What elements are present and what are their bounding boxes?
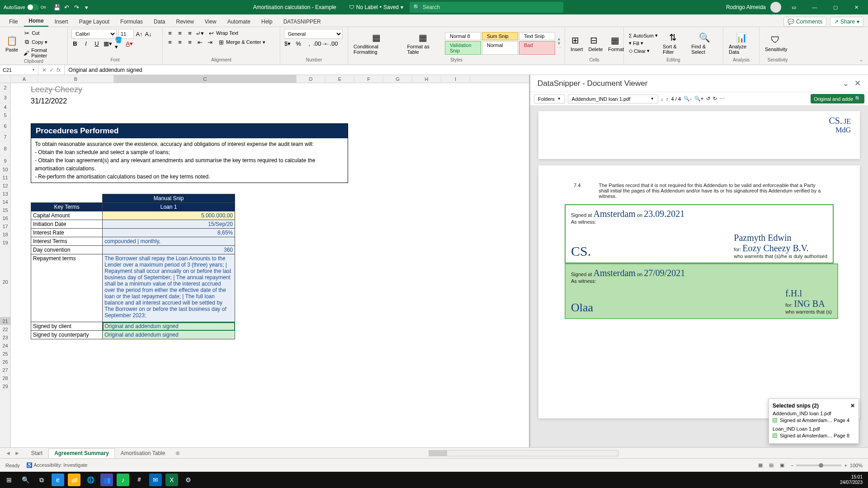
format-painter-button[interactable]: 🖌Format Painter xyxy=(22,47,64,59)
add-sheet-icon[interactable]: ⊕ xyxy=(171,450,184,456)
settings-icon[interactable]: ⚙ xyxy=(182,474,194,486)
row-header[interactable]: 23 xyxy=(0,333,10,342)
style-bad[interactable]: Bad xyxy=(519,41,555,55)
row-sig-cp-val[interactable]: Original and addendum signed xyxy=(103,331,235,339)
row-headers[interactable]: 2 3 4 5 6 7 8 9 10 11 12 13 14 15 16 17 … xyxy=(0,83,11,447)
avatar[interactable] xyxy=(770,2,781,13)
row-init-val[interactable]: 15/Sep/20 xyxy=(103,220,235,229)
shrink-font-icon[interactable]: A↓ xyxy=(145,30,152,38)
tab-data[interactable]: Data xyxy=(149,17,170,27)
row-day-key[interactable]: Day convention xyxy=(31,246,103,254)
tab-review[interactable]: Review xyxy=(171,17,198,27)
col-header[interactable]: A xyxy=(11,75,38,83)
row-terms-val[interactable]: compounded | monthly, xyxy=(103,237,235,246)
col-header[interactable]: H xyxy=(412,75,441,83)
popup-close-icon[interactable]: ✕ xyxy=(850,403,855,409)
align-left-icon[interactable]: ≡ xyxy=(166,38,174,46)
row-header[interactable]: 25 xyxy=(0,350,10,358)
italic-icon[interactable]: I xyxy=(82,40,90,47)
close-icon[interactable]: ✕ xyxy=(848,0,864,14)
col-header[interactable]: G xyxy=(383,75,412,83)
orientation-icon[interactable]: ⤾▾ xyxy=(196,29,203,37)
zoom-control[interactable]: − + 100% xyxy=(791,463,863,468)
row-header[interactable]: 17 xyxy=(0,222,10,230)
indent-inc-icon[interactable]: ⇥ xyxy=(206,38,213,46)
cancel-formula-icon[interactable]: ✕ xyxy=(42,67,47,73)
view-page-layout-icon[interactable]: ▤ xyxy=(769,462,774,468)
search-input[interactable] xyxy=(423,4,560,10)
task-view-icon[interactable]: ⧉ xyxy=(35,474,48,486)
spotify-icon[interactable]: ♪ xyxy=(117,474,129,486)
sort-filter-button[interactable]: ⇅Sort & Filter xyxy=(661,31,688,56)
dv-search-pill[interactable]: Original and adde 🔍 xyxy=(811,94,864,103)
autosum-button[interactable]: Σ AutoSum ▾ xyxy=(627,32,659,39)
dv-rotate-right-icon[interactable]: ↻ xyxy=(713,96,717,102)
explorer-icon[interactable]: 📁 xyxy=(68,474,80,486)
dv-zoom-out-icon[interactable]: 🔍- xyxy=(684,96,692,102)
col-header[interactable]: I xyxy=(441,75,470,83)
clear-button[interactable]: ◇ Clear ▾ xyxy=(627,47,659,54)
zoom-out-icon[interactable]: − xyxy=(791,463,793,468)
dec-dec-icon[interactable]: ←.00 xyxy=(327,40,335,47)
row-header[interactable]: 14 xyxy=(0,198,10,206)
delete-cells-button[interactable]: ⊟Delete xyxy=(587,34,605,53)
row-header[interactable]: 5 xyxy=(0,111,10,119)
tab-home[interactable]: Home xyxy=(24,16,48,27)
teams-icon[interactable]: 👥 xyxy=(100,474,113,486)
popup-snip-2[interactable]: Signed at Amsterdam… Page 8 xyxy=(773,432,855,440)
row-header[interactable]: 11 xyxy=(0,174,10,182)
style-sum-snip[interactable]: Sum Snip xyxy=(482,32,518,40)
view-normal-icon[interactable]: ▦ xyxy=(758,462,763,468)
grid[interactable]: Leezy Cheezy 31/12/2022 Procedures Perfo… xyxy=(11,83,529,447)
percent-icon[interactable]: % xyxy=(295,40,302,47)
format-cells-button[interactable]: ▦Format xyxy=(606,34,626,53)
accept-formula-icon[interactable]: ✓ xyxy=(49,67,54,73)
tab-automate[interactable]: Automate xyxy=(223,17,255,27)
row-repay-val[interactable]: The Borrower shall repay the Loan Amount… xyxy=(103,254,235,322)
align-right-icon[interactable]: ≡ xyxy=(186,38,193,46)
bold-icon[interactable]: B xyxy=(71,40,79,47)
minimize-icon[interactable]: — xyxy=(807,0,823,14)
dv-rotate-left-icon[interactable]: ↺ xyxy=(706,96,710,102)
row-header[interactable]: 26 xyxy=(0,358,10,366)
start-icon[interactable]: ⊞ xyxy=(3,474,15,486)
fill-color-icon[interactable]: 🪣▾ xyxy=(115,40,122,47)
underline-icon[interactable]: U xyxy=(93,40,100,47)
fill-button[interactable]: ▾ Fill ▾ xyxy=(627,40,659,47)
tab-formulas[interactable]: Formulas xyxy=(116,17,147,27)
horizontal-scrollbar[interactable] xyxy=(184,450,863,456)
dv-folders-dropdown[interactable]: Folders▼ xyxy=(534,94,565,103)
row-repay-key[interactable]: Repayment terms xyxy=(31,254,103,322)
row-rate-key[interactable]: Interest Rate xyxy=(31,229,103,237)
sheet-tab-start[interactable]: Start xyxy=(25,448,48,458)
row-header[interactable]: 21 xyxy=(0,317,10,325)
row-sig-cp-key[interactable]: Signed by counterparty xyxy=(31,331,103,339)
format-as-table-button[interactable]: ▦Format as Table xyxy=(405,31,443,56)
comma-icon[interactable]: , xyxy=(306,40,313,47)
popup-snip-1[interactable]: Signed at Amsterdam… Page 4 xyxy=(773,416,855,424)
row-header[interactable]: 16 xyxy=(0,214,10,222)
row-header[interactable]: 3 xyxy=(0,92,10,103)
row-header[interactable]: 12 xyxy=(0,182,10,190)
name-box[interactable]: C21▼ xyxy=(0,65,38,75)
row-header[interactable]: 22 xyxy=(0,325,10,333)
row-capital-key[interactable]: Capital Amount xyxy=(31,211,103,220)
excel-icon[interactable]: X xyxy=(165,474,178,486)
sheet-tab-agreement[interactable]: Agreement Summary xyxy=(48,448,115,458)
tab-view[interactable]: View xyxy=(200,17,221,27)
row-header[interactable]: 18 xyxy=(0,230,10,239)
zoom-in-icon[interactable]: + xyxy=(844,463,847,468)
formula-input[interactable] xyxy=(65,65,868,75)
fx-icon[interactable]: fx xyxy=(57,67,61,73)
row-header[interactable]: 28 xyxy=(0,374,10,382)
dv-file-dropdown[interactable]: Addendum_IND loan 1.pdf▼ xyxy=(568,94,658,103)
sheet-tab-amortisation[interactable]: Amortisation Table xyxy=(115,448,171,458)
tab-insert[interactable]: Insert xyxy=(50,17,73,27)
task-search-icon[interactable]: 🔍 xyxy=(19,474,32,486)
comments-button[interactable]: 💬 Comments xyxy=(783,17,826,27)
wrap-text-button[interactable]: ↩Wrap Text xyxy=(206,29,240,37)
font-color-icon[interactable]: A▾ xyxy=(126,40,133,47)
sensitivity-label[interactable]: 🛡 No Label • Saved ▾ xyxy=(349,4,403,10)
undo-icon[interactable]: ↶ xyxy=(63,4,71,11)
merge-button[interactable]: ⊞Merge & Center ▾ xyxy=(216,38,267,46)
